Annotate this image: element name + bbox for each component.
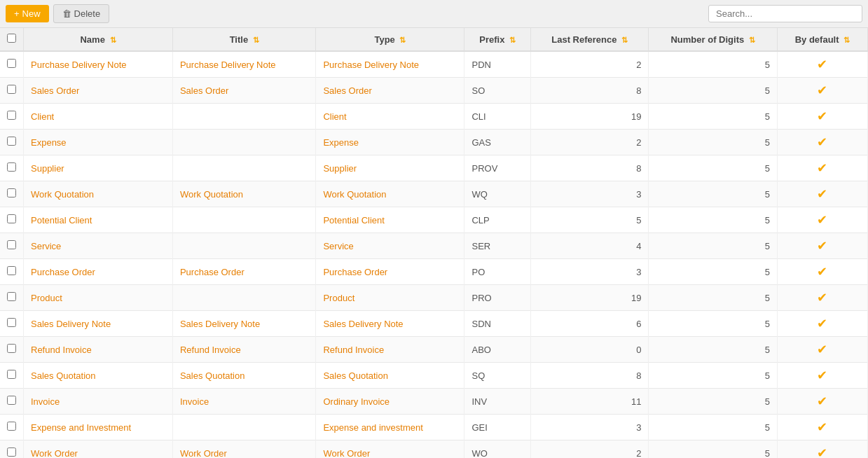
cell-type: Product bbox=[316, 285, 464, 311]
row-checkbox[interactable] bbox=[7, 344, 16, 353]
name-link[interactable]: Supplier bbox=[31, 163, 64, 174]
check-icon: ✔ bbox=[817, 161, 827, 175]
cell-prefix: SQ bbox=[464, 363, 530, 389]
cell-prefix: PRO bbox=[464, 285, 530, 311]
col-by-default: By default ⇅ bbox=[777, 28, 867, 51]
col-prefix-sort[interactable]: ⇅ bbox=[509, 36, 516, 44]
title-link[interactable]: Refund Invoice bbox=[180, 345, 241, 355]
name-link[interactable]: Work Quotation bbox=[31, 189, 94, 200]
name-link[interactable]: Sales Order bbox=[31, 85, 79, 96]
cell-by-default: ✔ bbox=[777, 259, 867, 285]
cell-title bbox=[172, 285, 315, 311]
row-checkbox[interactable] bbox=[7, 396, 16, 405]
title-link[interactable]: Invoice bbox=[180, 396, 209, 407]
title-link[interactable]: Sales Delivery Note bbox=[180, 319, 260, 329]
table-row: Sales QuotationSales QuotationSales Quot… bbox=[0, 363, 868, 389]
name-link[interactable]: Invoice bbox=[31, 396, 60, 407]
cell-by-default: ✔ bbox=[777, 130, 867, 155]
row-checkbox[interactable] bbox=[7, 59, 16, 68]
row-checkbox[interactable] bbox=[7, 85, 16, 94]
cell-name: Sales Delivery Note bbox=[24, 311, 173, 337]
name-link[interactable]: Refund Invoice bbox=[31, 345, 92, 355]
cell-number-digits: 5 bbox=[649, 440, 777, 459]
name-link[interactable]: Expense bbox=[31, 137, 67, 148]
cell-number-digits: 5 bbox=[649, 51, 777, 78]
delete-button[interactable]: 🗑 Delete bbox=[53, 4, 110, 23]
row-checkbox[interactable] bbox=[7, 318, 16, 327]
cell-number-digits: 5 bbox=[649, 181, 777, 207]
name-link[interactable]: Purchase Order bbox=[31, 267, 95, 277]
title-link[interactable]: Purchase Delivery Note bbox=[180, 60, 276, 70]
check-icon: ✔ bbox=[817, 291, 827, 305]
row-checkbox[interactable] bbox=[7, 137, 16, 146]
name-link[interactable]: Service bbox=[31, 241, 61, 251]
search-input[interactable] bbox=[708, 5, 862, 22]
col-by-default-label: By default bbox=[795, 34, 839, 45]
name-link[interactable]: Sales Quotation bbox=[31, 370, 96, 381]
row-checkbox[interactable] bbox=[7, 370, 16, 379]
col-by-default-sort[interactable]: ⇅ bbox=[843, 36, 850, 44]
title-link[interactable]: Sales Quotation bbox=[180, 370, 245, 381]
cell-title: Refund Invoice bbox=[172, 337, 315, 363]
cell-by-default: ✔ bbox=[777, 207, 867, 233]
cell-number-digits: 5 bbox=[649, 259, 777, 285]
cell-by-default: ✔ bbox=[777, 51, 867, 78]
row-checkbox[interactable] bbox=[7, 292, 16, 301]
row-checkbox[interactable] bbox=[7, 111, 16, 120]
name-link[interactable]: Work Order bbox=[31, 448, 78, 459]
name-link[interactable]: Product bbox=[31, 293, 62, 303]
name-link[interactable]: Purchase Delivery Note bbox=[31, 60, 127, 70]
name-link[interactable]: Potential Client bbox=[31, 215, 92, 225]
check-icon: ✔ bbox=[817, 446, 827, 458]
row-checkbox[interactable] bbox=[7, 214, 16, 223]
col-title-sort[interactable]: ⇅ bbox=[253, 36, 259, 44]
cell-title bbox=[172, 233, 315, 259]
row-checkbox[interactable] bbox=[7, 266, 16, 275]
select-all-checkbox[interactable] bbox=[7, 34, 16, 43]
title-link[interactable]: Purchase Order bbox=[180, 267, 244, 277]
name-link[interactable]: Client bbox=[31, 111, 54, 122]
check-icon: ✔ bbox=[817, 187, 827, 201]
cell-type: Supplier bbox=[316, 155, 464, 181]
col-number-digits-label: Number of Digits bbox=[670, 34, 744, 45]
table-row: InvoiceInvoiceOrdinary InvoiceINV115✔ bbox=[0, 389, 868, 415]
col-name-sort[interactable]: ⇅ bbox=[110, 36, 116, 44]
table-row: Sales Delivery NoteSales Delivery NoteSa… bbox=[0, 311, 868, 337]
cell-name: Expense bbox=[24, 130, 173, 155]
name-link[interactable]: Expense and Investment bbox=[31, 422, 131, 433]
row-checkbox[interactable] bbox=[7, 188, 16, 197]
name-link[interactable]: Sales Delivery Note bbox=[31, 319, 111, 329]
cell-title bbox=[172, 155, 315, 181]
cell-type: Expense and investment bbox=[316, 415, 464, 440]
col-number-digits-sort[interactable]: ⇅ bbox=[749, 36, 755, 44]
cell-number-digits: 5 bbox=[649, 389, 777, 415]
col-last-reference-sort[interactable]: ⇅ bbox=[621, 36, 628, 44]
cell-type: Sales Quotation bbox=[316, 363, 464, 389]
row-checkbox[interactable] bbox=[7, 422, 16, 431]
table-row: Potential ClientPotential ClientCLP55✔ bbox=[0, 207, 868, 233]
cell-title: Work Quotation bbox=[172, 181, 315, 207]
row-checkbox[interactable] bbox=[7, 447, 16, 457]
cell-number-digits: 5 bbox=[649, 207, 777, 233]
cell-type: Ordinary Invoice bbox=[316, 389, 464, 415]
cell-last-reference: 19 bbox=[530, 285, 649, 311]
table-row: ExpenseExpenseGAS25✔ bbox=[0, 130, 868, 155]
cell-prefix: PDN bbox=[464, 51, 530, 78]
cell-prefix: SO bbox=[464, 78, 530, 104]
title-link[interactable]: Work Order bbox=[180, 448, 227, 459]
cell-type: Service bbox=[316, 233, 464, 259]
row-checkbox[interactable] bbox=[7, 162, 16, 172]
cell-last-reference: 3 bbox=[530, 259, 649, 285]
table-row: Refund InvoiceRefund InvoiceRefund Invoi… bbox=[0, 337, 868, 363]
new-button[interactable]: + New bbox=[6, 5, 49, 22]
cell-last-reference: 4 bbox=[530, 233, 649, 259]
cell-last-reference: 3 bbox=[530, 415, 649, 440]
col-type-sort[interactable]: ⇅ bbox=[399, 36, 406, 44]
col-title: Title ⇅ bbox=[172, 28, 315, 51]
cell-number-digits: 5 bbox=[649, 337, 777, 363]
row-checkbox[interactable] bbox=[7, 240, 16, 249]
cell-title bbox=[172, 415, 315, 440]
title-link[interactable]: Sales Order bbox=[180, 85, 228, 96]
col-type: Type ⇅ bbox=[316, 28, 464, 51]
title-link[interactable]: Work Quotation bbox=[180, 189, 243, 200]
